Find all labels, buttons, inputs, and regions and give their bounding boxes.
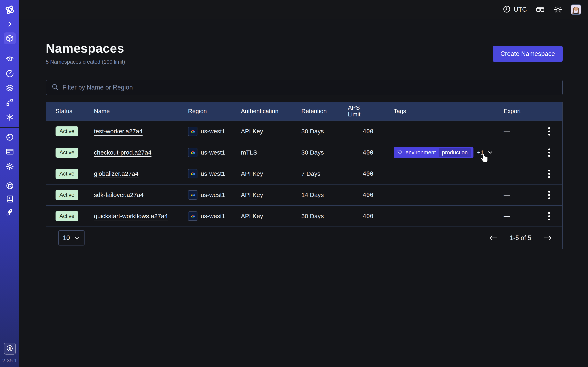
- previous-page-arrow-left-icon[interactable]: [489, 234, 498, 242]
- col-retention[interactable]: Retention: [301, 108, 348, 115]
- row-menu-kebab-icon[interactable]: [546, 146, 552, 159]
- col-export[interactable]: Export: [504, 108, 556, 115]
- col-tags[interactable]: Tags: [373, 108, 504, 115]
- timezone-selector[interactable]: UTC: [503, 5, 527, 14]
- sidebar-item-timer-icon[interactable]: [0, 69, 19, 78]
- tags-expand-chevron-down-icon[interactable]: [487, 149, 494, 156]
- tag-value: production: [439, 148, 471, 157]
- row-menu-kebab-icon[interactable]: [546, 167, 552, 180]
- sidebar-item-layers-icon[interactable]: [0, 83, 19, 92]
- sidebar-expand-chevron-right-icon[interactable]: [0, 20, 19, 28]
- table-row: Active checkout-prod.a27a4 us-west1 mTLS…: [46, 142, 562, 163]
- table-row: Active quickstart-workflows.a27a4 us-wes…: [46, 205, 562, 226]
- pagination-range: 1-5 of 5: [510, 234, 531, 242]
- aps-limit: 400: [348, 192, 373, 198]
- gcp-cloud-icon: [188, 190, 198, 200]
- tags-cell: environment production +1: [373, 147, 504, 158]
- export-value: —: [504, 128, 510, 135]
- sidebar-billing-seal-button[interactable]: $: [0, 343, 19, 355]
- tag-more-count: +1: [477, 149, 484, 156]
- reader-glasses-icon[interactable]: [535, 6, 545, 14]
- sidebar-item-branch-icon[interactable]: [0, 98, 19, 107]
- namespaces-table: Status Name Region Authentication Retent…: [46, 102, 563, 249]
- page-subtitle: 5 Namespaces created (100 limit): [46, 59, 125, 65]
- sidebar-divider: [0, 176, 19, 176]
- sidebar-item-spiral-eye-icon[interactable]: [0, 54, 19, 63]
- status-badge: Active: [56, 190, 78, 200]
- retention: 30 Days: [301, 128, 348, 135]
- export-value: —: [504, 149, 510, 156]
- region-label: us-west1: [201, 149, 225, 156]
- row-menu-kebab-icon[interactable]: [546, 125, 552, 138]
- region-label: us-west1: [201, 170, 225, 177]
- theme-toggle-sun-icon[interactable]: [554, 5, 562, 14]
- sidebar-item-usage-gauge-icon[interactable]: [0, 133, 19, 142]
- sidebar-item-namespaces[interactable]: [0, 33, 19, 44]
- retention: 14 Days: [301, 192, 348, 198]
- page-header: Namespaces 5 Namespaces created (100 lim…: [46, 41, 563, 65]
- auth-method: API Key: [241, 213, 301, 220]
- col-status[interactable]: Status: [56, 108, 94, 115]
- col-region[interactable]: Region: [188, 108, 241, 115]
- filter-bar: [46, 80, 563, 95]
- topbar: UTC: [19, 0, 588, 19]
- status-badge: Active: [56, 126, 78, 136]
- namespace-link[interactable]: sdk-failover.a27a4: [94, 192, 144, 198]
- user-avatar[interactable]: [571, 4, 581, 15]
- gcp-cloud-icon: [188, 127, 198, 136]
- tag-chip[interactable]: environment production: [394, 147, 474, 158]
- temporal-logo[interactable]: [0, 5, 19, 15]
- auth-method: mTLS: [241, 149, 301, 156]
- main-content: Namespaces 5 Namespaces created (100 lim…: [19, 20, 588, 367]
- export-value: —: [504, 192, 510, 198]
- create-namespace-button[interactable]: Create Namespace: [493, 46, 563, 62]
- timezone-label: UTC: [514, 6, 527, 13]
- region-label: us-west1: [201, 128, 225, 135]
- sidebar-item-billing-credit-card-icon[interactable]: [0, 147, 19, 156]
- namespace-link[interactable]: checkout-prod.a27a4: [94, 149, 151, 156]
- filter-input[interactable]: [62, 84, 557, 91]
- cube-icon: [4, 33, 16, 44]
- status-badge: Active: [56, 169, 78, 179]
- next-page-arrow-right-icon[interactable]: [543, 234, 552, 242]
- col-aps-limit[interactable]: APS Limit: [348, 104, 373, 118]
- namespace-link[interactable]: globalizer.a27a4: [94, 170, 139, 177]
- page-size-value: 10: [63, 234, 70, 242]
- col-name[interactable]: Name: [94, 108, 188, 115]
- namespace-link[interactable]: test-worker.a27a4: [94, 128, 143, 135]
- gcp-cloud-icon: [188, 211, 198, 221]
- gcp-cloud-icon: [188, 148, 198, 157]
- clock-icon: [503, 5, 511, 14]
- auth-method: API Key: [241, 192, 301, 198]
- sidebar-item-support-life-buoy-icon[interactable]: [0, 181, 19, 190]
- svg-text:$: $: [9, 347, 11, 350]
- auth-method: API Key: [241, 170, 301, 177]
- app-version: 2.35.1: [0, 358, 19, 364]
- table-row: Active globalizer.a27a4 us-west1 API Key…: [46, 163, 562, 184]
- page-size-select[interactable]: 10: [58, 230, 85, 245]
- col-authentication[interactable]: Authentication: [241, 108, 301, 115]
- auth-method: API Key: [241, 128, 301, 135]
- table-row: Active test-worker.a27a4 us-west1 API Ke…: [46, 120, 562, 142]
- aps-limit: 400: [348, 149, 373, 156]
- table-footer: 10 1-5 of 5: [46, 226, 562, 249]
- tag-icon: [397, 149, 403, 156]
- sidebar-item-asterisk-icon[interactable]: [0, 113, 19, 122]
- search-icon: [52, 83, 59, 92]
- sidebar-item-getting-started-rocket-icon[interactable]: [0, 208, 19, 217]
- retention: 7 Days: [301, 170, 348, 177]
- region-label: us-west1: [201, 213, 225, 220]
- retention: 30 Days: [301, 149, 348, 156]
- namespace-link[interactable]: quickstart-workflows.a27a4: [94, 213, 168, 220]
- row-menu-kebab-icon[interactable]: [546, 189, 552, 201]
- sidebar-item-docs-book-icon[interactable]: [0, 194, 19, 203]
- status-badge: Active: [56, 211, 78, 221]
- table-header-row: Status Name Region Authentication Retent…: [46, 102, 562, 120]
- status-badge: Active: [56, 148, 78, 158]
- region-label: us-west1: [201, 192, 225, 198]
- row-menu-kebab-icon[interactable]: [546, 210, 552, 222]
- sidebar-item-settings-gear-icon[interactable]: [0, 162, 19, 171]
- page-title: Namespaces: [46, 41, 125, 55]
- chevron-down-icon: [74, 235, 80, 241]
- aps-limit: 400: [348, 170, 373, 177]
